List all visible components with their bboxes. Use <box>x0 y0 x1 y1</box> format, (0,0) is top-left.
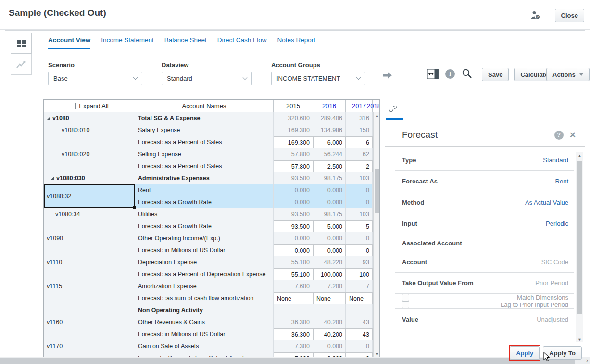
account-id-cell <box>44 136 135 148</box>
grid-view-button[interactable] <box>11 33 32 54</box>
value-cell-2017[interactable]: 0 <box>346 244 373 256</box>
dataview-select[interactable]: Standard <box>162 72 252 85</box>
forecast-tab-icon[interactable] <box>388 105 404 115</box>
forecast-as-value[interactable]: Rent <box>555 178 568 185</box>
table-row[interactable]: v1110Depreciation Expense55.10048.22093 <box>44 256 379 268</box>
scrollbar-thumb[interactable] <box>577 161 582 314</box>
save-button[interactable]: Save <box>482 68 509 81</box>
input-value[interactable]: Periodic <box>546 220 568 227</box>
tab-direct-cash-flow[interactable]: Direct Cash Flow <box>217 36 267 49</box>
value-cell-2017[interactable]: 5 <box>346 220 373 232</box>
table-row[interactable]: v1080:010Salary Expense169.300134.986150 <box>44 124 379 136</box>
table-row[interactable]: Forecast: in Millions of US Dollar36.300… <box>44 328 379 340</box>
value-cell-2015[interactable]: 57.800 <box>274 160 313 172</box>
value-cell-2017[interactable]: None <box>346 292 373 304</box>
forecast-link[interactable]: Forecast: in Millions of US Dollar <box>135 244 274 256</box>
expand-triangle-icon[interactable] <box>47 117 50 120</box>
go-arrow-icon[interactable] <box>381 70 393 81</box>
table-row[interactable]: v1080:030Administrative Expenses93.50098… <box>44 172 379 184</box>
table-row[interactable]: Non Operating Activity <box>44 304 379 316</box>
table-row[interactable]: Forecast: as a Growth Rate93.5005.0005 <box>44 220 379 232</box>
tab-notes-report[interactable]: Notes Report <box>277 36 315 49</box>
table-row[interactable]: v1080:34Utilities93.50098.175103 <box>44 208 379 220</box>
table-row[interactable]: v1080Total SG & A Expense320.600289.4063… <box>44 112 379 124</box>
value-cell-2015[interactable]: 169.300 <box>274 136 313 148</box>
table-row[interactable]: Forecast: as a Growth Rate0.0000.0000 <box>44 196 379 208</box>
scroll-down-icon[interactable]: ▼ <box>374 351 380 357</box>
value-cell-2016[interactable]: None <box>313 292 346 304</box>
forecast-link[interactable]: Forecast: in Millions of US Dollar <box>135 328 274 340</box>
forecast-link[interactable]: Forecast: as a Percent of Sales <box>135 136 274 148</box>
account-groups-select[interactable]: INCOME STATEMENT <box>271 72 365 85</box>
year-header-2018[interactable]: 2018 <box>373 100 380 112</box>
value-cell-2016[interactable]: 6.000 <box>313 136 346 148</box>
table-row[interactable]: Forecast: as a Percent of Sales169.3006.… <box>44 136 379 148</box>
panel-scrollbar[interactable]: ▲ ▼ <box>576 152 583 342</box>
scrollbar-thumb[interactable] <box>375 169 380 213</box>
info-icon[interactable]: i <box>445 69 455 79</box>
tab-balance-sheet[interactable]: Balance Sheet <box>164 36 207 49</box>
table-row[interactable]: v1170Gain on Sale of Assets7.3000.0000 <box>44 340 379 352</box>
table-row[interactable]: Forecast: in Millions of US Dollar0.0000… <box>44 244 379 256</box>
chart-view-button[interactable] <box>11 54 32 75</box>
scrollbar-thumb[interactable] <box>0 358 575 364</box>
table-row[interactable]: Rent0.0000.0000 <box>44 184 379 196</box>
value-cell-2017[interactable]: 6 <box>346 136 373 148</box>
table-row[interactable]: v1160Other Revenues & Gains36.30040.2004… <box>44 316 379 328</box>
value-cell-2015[interactable]: 55.100 <box>274 268 313 280</box>
value-cell-2016[interactable]: 0.000 <box>313 244 346 256</box>
table-row[interactable]: v1080:020Selling Expense57.80056.24462 <box>44 148 379 160</box>
method-value[interactable]: As Actual Value <box>525 199 568 206</box>
value-cell-2016[interactable]: 0.000 <box>313 352 346 357</box>
value-cell-2016[interactable]: 100.000 <box>313 268 346 280</box>
horizontal-scrollbar[interactable]: › <box>0 357 590 364</box>
value-cell-2015[interactable]: 7.300 <box>274 352 313 357</box>
value-cell-2017[interactable]: 0 <box>346 352 373 357</box>
scroll-down-icon[interactable]: ▼ <box>576 336 583 342</box>
close-panel-icon[interactable]: ✕ <box>569 130 576 140</box>
value-cell-2016[interactable]: 40.200 <box>313 328 346 340</box>
value-cell-2016: 0.000 <box>313 340 346 352</box>
trend-chart-icon <box>15 59 27 70</box>
forecast-link[interactable]: Forecast: as a Growth Rate <box>135 220 274 232</box>
table-row[interactable]: Forecast: : Proceeds from Sale of Assets… <box>44 352 379 357</box>
search-icon[interactable] <box>462 68 473 79</box>
table-row[interactable]: v1115Amortization Expense7.6007.2007 <box>44 280 379 292</box>
collapse-pane-icon[interactable] <box>427 69 439 79</box>
type-value[interactable]: Standard <box>543 157 568 164</box>
value-cell-2017[interactable]: 100 <box>346 268 373 280</box>
forecast-link[interactable]: Forecast: as a Growth Rate <box>135 196 274 208</box>
help-icon[interactable]: ? <box>554 131 564 140</box>
table-vertical-scrollbar[interactable]: ▲ ▼ <box>373 112 380 357</box>
value-cell-2016[interactable]: 5.000 <box>313 220 346 232</box>
value-cell-2015[interactable]: None <box>274 292 313 304</box>
forecast-link[interactable]: Forecast: : Proceeds from Sale of Assets… <box>135 352 274 357</box>
value-cell-2017[interactable]: 2 <box>346 160 373 172</box>
apply-button[interactable]: Apply <box>510 346 540 360</box>
forecast-link[interactable]: Forecast: as a Percent of Depreciation E… <box>135 268 274 280</box>
value-cell-2015[interactable]: 93.500 <box>274 220 313 232</box>
table-row[interactable]: Forecast: as a Percent of Sales57.8002.5… <box>44 160 379 172</box>
year-header-2016[interactable]: 2016 <box>313 100 346 112</box>
scroll-up-icon[interactable]: ▲ <box>576 152 583 158</box>
expand-all-checkbox[interactable] <box>70 103 76 109</box>
tab-account-view[interactable]: Account View <box>48 36 90 49</box>
table-row[interactable]: v1090Other Operating Income/(Exp.)0.0000… <box>44 232 379 244</box>
forecast-link[interactable]: Forecast: as a Percent of Sales <box>135 160 274 172</box>
scenario-select[interactable]: Base <box>48 72 142 85</box>
value-cell-2016[interactable]: 2.500 <box>313 160 346 172</box>
value-cell-2015[interactable]: 0.000 <box>274 244 313 256</box>
actions-button[interactable]: Actions <box>546 68 590 81</box>
tab-income-statement[interactable]: Income Statement <box>101 36 154 49</box>
value-cell-2015[interactable]: 36.300 <box>274 328 313 340</box>
account-id-cell: v1110 <box>44 256 135 268</box>
user-help-icon[interactable]: ? <box>530 10 541 21</box>
scroll-up-icon[interactable]: ▲ <box>374 112 380 119</box>
forecast-link[interactable]: Forecast: :as sum of cash flow amortizat… <box>135 292 274 304</box>
table-row[interactable]: Forecast: as a Percent of Depreciation E… <box>44 268 379 280</box>
close-button[interactable]: Close <box>555 9 584 22</box>
scroll-right-icon[interactable]: › <box>586 357 588 363</box>
table-row[interactable]: Forecast: :as sum of cash flow amortizat… <box>44 292 379 304</box>
expand-triangle-icon[interactable] <box>50 177 54 180</box>
value-cell-2017[interactable]: 43 <box>346 328 373 340</box>
